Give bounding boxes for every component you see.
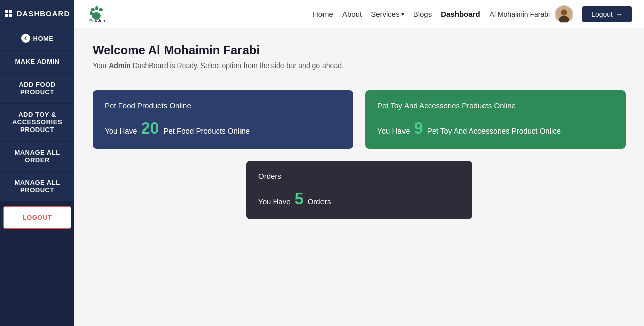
page-title: Welcome Al Mohaimin Farabi — [93, 43, 626, 57]
food-card-title: Pet Food Products Online — [105, 101, 341, 110]
add-food-product-button[interactable]: ADD FOOD PRODUCT — [0, 74, 74, 103]
orders-card: Orders You Have 5 Orders — [246, 161, 472, 219]
home-button[interactable]: HOME — [0, 27, 74, 50]
orders-count: 5 — [295, 189, 304, 208]
nav-services-link[interactable]: Services ▾ — [371, 10, 404, 18]
add-toy-accessories-button[interactable]: ADD TOY & ACCESSORIES PRODUCT — [0, 104, 74, 141]
navbar-logout-label: Logout — [591, 10, 613, 18]
grid-icon — [5, 10, 13, 18]
sidebar: DASHBOARD HOME MAKE ADMIN ADD FOOD PRODU… — [0, 0, 74, 326]
manage-all-order-button[interactable]: MANAGE ALL ORDER — [0, 142, 74, 171]
orders-row: Orders You Have 5 Orders — [93, 161, 626, 219]
food-card-body: You Have 20 Pet Food Products Online — [105, 119, 341, 138]
toy-card-body: You Have 9 Pet Toy And Accessories Produ… — [377, 119, 614, 138]
orders-suffix: Orders — [305, 197, 331, 206]
food-products-card: Pet Food Products Online You Have 20 Pet… — [93, 90, 353, 149]
manage-product-label: MANAGE ALL PRODUCT — [14, 179, 60, 194]
navbar: Pet Club Home About Services ▾ Blogs Das… — [74, 0, 644, 28]
toy-count: 9 — [414, 119, 423, 137]
nav-links: Home About Services ▾ Blogs Dashboard — [313, 10, 480, 19]
brand: Pet Club — [87, 5, 106, 24]
sidebar-logout-label: Logout — [23, 214, 52, 221]
orders-card-body: You Have 5 Orders — [258, 189, 460, 208]
arrow-left-icon — [21, 34, 30, 43]
toy-prefix: You Have — [377, 126, 412, 135]
nav-blogs-link[interactable]: Blogs — [413, 10, 432, 18]
nav-dashboard-link[interactable]: Dashboard — [441, 10, 480, 18]
manage-all-product-button[interactable]: MANAGE ALL PRODUCT — [0, 172, 74, 201]
nav-user: Al Mohaimin Farabi Logout → — [490, 5, 632, 23]
add-food-label: ADD FOOD PRODUCT — [19, 81, 55, 96]
svg-point-0 — [91, 8, 95, 11]
main-content: Pet Club Home About Services ▾ Blogs Das… — [74, 0, 644, 326]
sidebar-logout-button[interactable]: Logout — [3, 206, 71, 229]
chevron-down-icon: ▾ — [401, 11, 404, 17]
brand-logo-icon: Pet Club — [87, 5, 106, 24]
page-subtitle: Your Admin DashBoard is Ready. Select op… — [93, 61, 626, 78]
food-prefix: You Have — [105, 126, 139, 135]
orders-prefix: You Have — [258, 197, 293, 206]
cards-row-top: Pet Food Products Online You Have 20 Pet… — [93, 90, 626, 149]
nav-about-link[interactable]: About — [342, 10, 362, 18]
svg-text:Pet: Pet — [89, 18, 96, 23]
food-suffix: Pet Food Products Online — [161, 126, 250, 135]
page-content: Welcome Al Mohaimin Farabi Your Admin Da… — [74, 28, 644, 326]
subtitle-prefix: Your — [93, 61, 109, 70]
subtitle-suffix: DashBoard is Ready. Select option from t… — [131, 61, 344, 70]
manage-order-label: MANAGE ALL ORDER — [14, 149, 60, 164]
make-admin-button[interactable]: MAKE ADMIN — [0, 51, 74, 73]
logout-arrow-icon: → — [616, 10, 623, 18]
dashboard-button[interactable]: DASHBOARD — [0, 0, 74, 27]
orders-card-title: Orders — [258, 172, 460, 180]
svg-point-1 — [95, 6, 98, 10]
nav-home-link[interactable]: Home — [313, 10, 333, 18]
svg-text:Club: Club — [96, 18, 105, 23]
navbar-logout-button[interactable]: Logout → — [582, 6, 632, 22]
food-count: 20 — [141, 119, 159, 137]
svg-point-2 — [99, 8, 103, 11]
svg-point-8 — [561, 9, 567, 15]
home-label: HOME — [33, 35, 54, 42]
make-admin-label: MAKE ADMIN — [15, 58, 59, 66]
avatar — [555, 5, 573, 23]
add-toy-label: ADD TOY & ACCESSORIES PRODUCT — [12, 111, 62, 134]
toy-products-card: Pet Toy And Accessories Products Online … — [365, 90, 626, 149]
toy-suffix: Pet Toy And Accessories Product Onlice — [425, 126, 561, 135]
toy-card-title: Pet Toy And Accessories Products Online — [377, 101, 614, 110]
nav-username: Al Mohaimin Farabi — [490, 10, 550, 18]
dashboard-label: DASHBOARD — [17, 9, 70, 18]
subtitle-bold: Admin — [109, 61, 131, 70]
